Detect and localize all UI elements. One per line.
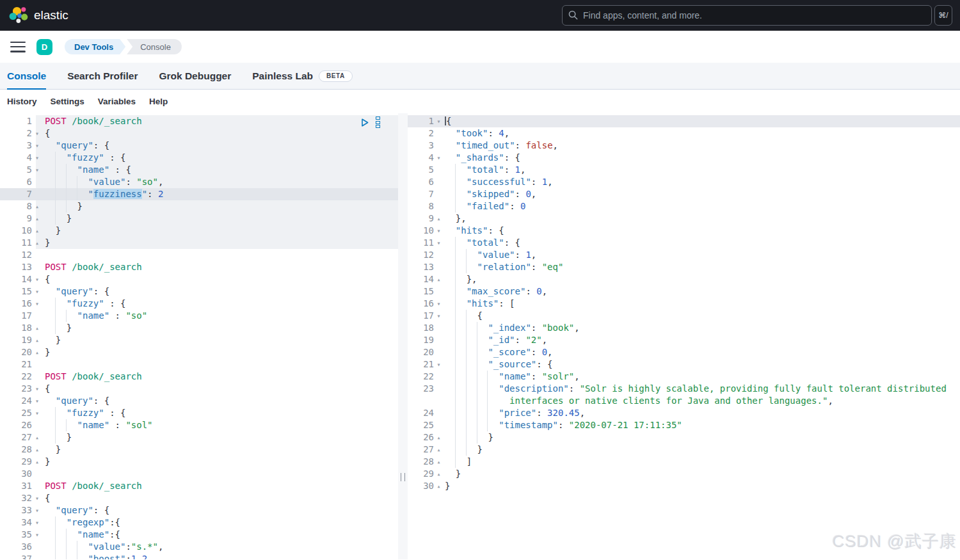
code-line[interactable]: 30▴}: [408, 480, 960, 492]
menu-variables[interactable]: Variables: [98, 97, 136, 106]
fold-toggle-icon[interactable]: ▾: [434, 225, 444, 237]
code-line[interactable]: 33▾"query": {: [0, 504, 398, 516]
fold-toggle-icon[interactable]: ▴: [32, 237, 42, 249]
code-line[interactable]: 28▴}: [0, 444, 398, 456]
code-line[interactable]: 1▾{: [408, 115, 960, 127]
code-line[interactable]: 23▾{: [0, 383, 398, 395]
code-line[interactable]: 19"_id": "2",: [408, 334, 960, 346]
panel-resize-handle[interactable]: [401, 473, 405, 481]
code-line[interactable]: 6"successful": 1,: [408, 176, 960, 188]
fold-toggle-icon[interactable]: ▾: [32, 516, 42, 529]
code-line[interactable]: 35▾"name":{: [0, 529, 398, 541]
code-line[interactable]: 25▾"fuzzy" : {: [0, 407, 398, 419]
code-line[interactable]: 20▴}: [0, 346, 398, 358]
fold-toggle-icon[interactable]: ▾: [434, 298, 444, 310]
code-line[interactable]: 13POST /book/_search: [0, 261, 398, 273]
code-line[interactable]: 14▴},: [408, 273, 960, 285]
code-line[interactable]: 27▴}: [408, 444, 960, 456]
code-line[interactable]: 4▾"_shards": {: [408, 152, 960, 164]
code-line[interactable]: 37"boost":1.2: [0, 553, 398, 559]
fold-toggle-icon[interactable]: ▴: [32, 322, 42, 334]
tab-painless-lab[interactable]: Painless LabBETA: [252, 63, 353, 89]
fold-toggle-icon[interactable]: ▾: [32, 395, 42, 407]
fold-toggle-icon[interactable]: ▴: [32, 212, 42, 225]
fold-toggle-icon[interactable]: ▾: [434, 237, 444, 249]
menu-history[interactable]: History: [7, 97, 37, 106]
code-line[interactable]: 10▾"hits": {: [408, 225, 960, 237]
code-line[interactable]: 23"description": "Solr is highly scalabl…: [408, 383, 960, 395]
fold-toggle-icon[interactable]: ▾: [32, 140, 42, 152]
fold-toggle-icon[interactable]: ▴: [32, 444, 42, 456]
code-line[interactable]: 1POST /book/_search: [0, 115, 398, 127]
code-line[interactable]: 11▾"total": {: [408, 237, 960, 249]
code-line[interactable]: 17"name" : "so": [0, 310, 398, 322]
code-line[interactable]: 21: [0, 358, 398, 371]
code-line[interactable]: 14▾{: [0, 273, 398, 285]
code-line[interactable]: 15▾"query": {: [0, 285, 398, 298]
elastic-logo[interactable]: [9, 6, 28, 25]
fold-toggle-icon[interactable]: ▴: [434, 444, 444, 456]
fold-toggle-icon[interactable]: ▴: [32, 334, 42, 346]
space-avatar[interactable]: D: [36, 39, 52, 55]
fold-toggle-icon[interactable]: ▾: [434, 358, 444, 371]
code-line[interactable]: 28▴]: [408, 456, 960, 468]
code-line[interactable]: 26▴}: [408, 431, 960, 444]
code-line[interactable]: 8▴}: [0, 200, 398, 212]
fold-toggle-icon[interactable]: ▴: [434, 456, 444, 468]
fold-toggle-icon[interactable]: ▾: [434, 115, 444, 127]
fold-toggle-icon[interactable]: ▾: [32, 164, 42, 176]
code-line[interactable]: 18"_index": "book",: [408, 322, 960, 334]
code-line[interactable]: 16▾"hits": [: [408, 298, 960, 310]
fold-toggle-icon[interactable]: ▾: [32, 285, 42, 298]
code-line[interactable]: 26"name" : "sol": [0, 419, 398, 431]
code-line[interactable]: 9▴}: [0, 212, 398, 225]
code-line[interactable]: 3▾"query": {: [0, 140, 398, 152]
menu-settings[interactable]: Settings: [51, 97, 84, 106]
code-line[interactable]: 8"failed": 0: [408, 200, 960, 212]
request-editor[interactable]: 1POST /book/_search2▾{3▾"query": {4▾"fuz…: [0, 113, 398, 559]
fold-toggle-icon[interactable]: ▾: [32, 127, 42, 140]
code-line[interactable]: 9▴},: [408, 212, 960, 225]
code-line[interactable]: 22POST /book/_search: [0, 371, 398, 383]
fold-toggle-icon[interactable]: ▴: [32, 456, 42, 468]
fold-toggle-icon[interactable]: ▾: [32, 407, 42, 419]
code-line[interactable]: 16▾"fuzzy" : {: [0, 298, 398, 310]
response-viewer[interactable]: 1▾{2"took": 4,3"timed_out": false,4▾"_sh…: [408, 113, 960, 559]
code-line[interactable]: 12"value": 1,: [408, 249, 960, 261]
code-line[interactable]: 3"timed_out": false,: [408, 140, 960, 152]
fold-toggle-icon[interactable]: ▴: [32, 431, 42, 444]
fold-toggle-icon[interactable]: ▴: [434, 431, 444, 444]
code-line[interactable]: 15"max_score": 0,: [408, 285, 960, 298]
tab-grok-debugger[interactable]: Grok Debugger: [159, 63, 231, 89]
fold-toggle-icon[interactable]: ▴: [32, 200, 42, 212]
code-line[interactable]: 4▾"fuzzy" : {: [0, 152, 398, 164]
fold-toggle-icon[interactable]: ▾: [32, 298, 42, 310]
breadcrumb-item-dev-tools[interactable]: Dev Tools: [65, 39, 125, 54]
fold-toggle-icon[interactable]: ▾: [32, 152, 42, 164]
code-line[interactable]: 7"fuzziness": 2: [0, 188, 398, 200]
fold-toggle-icon[interactable]: ▴: [32, 346, 42, 358]
fold-toggle-icon[interactable]: ▾: [32, 492, 42, 504]
code-line[interactable]: 25"timestamp": "2020-07-21 17:11:35": [408, 419, 960, 431]
code-line[interactable]: 12: [0, 249, 398, 261]
fold-toggle-icon[interactable]: ▴: [32, 225, 42, 237]
code-line[interactable]: 2▾{: [0, 127, 398, 140]
fold-toggle-icon[interactable]: ▾: [32, 529, 42, 541]
menu-icon[interactable]: [10, 42, 26, 52]
tab-search-profiler[interactable]: Search Profiler: [67, 63, 138, 89]
code-line[interactable]: 7"skipped": 0,: [408, 188, 960, 200]
search-input[interactable]: [562, 5, 932, 26]
code-line[interactable]: 17▾{: [408, 310, 960, 322]
code-line[interactable]: interfaces or native clients for Java an…: [408, 395, 960, 407]
code-line[interactable]: 11▴}: [0, 237, 398, 249]
code-line[interactable]: 31POST /book/_search: [0, 480, 398, 492]
code-line[interactable]: 20"_score": 0,: [408, 346, 960, 358]
code-line[interactable]: 13"relation": "eq": [408, 261, 960, 273]
code-line[interactable]: 2"took": 4,: [408, 127, 960, 140]
fold-toggle-icon[interactable]: ▴: [434, 273, 444, 285]
code-line[interactable]: 5"total": 1,: [408, 164, 960, 176]
code-line[interactable]: 24"price": 320.45,: [408, 407, 960, 419]
fold-toggle-icon[interactable]: ▾: [32, 273, 42, 285]
code-line[interactable]: 32▾{: [0, 492, 398, 504]
code-line[interactable]: 34▾"regexp":{: [0, 516, 398, 529]
